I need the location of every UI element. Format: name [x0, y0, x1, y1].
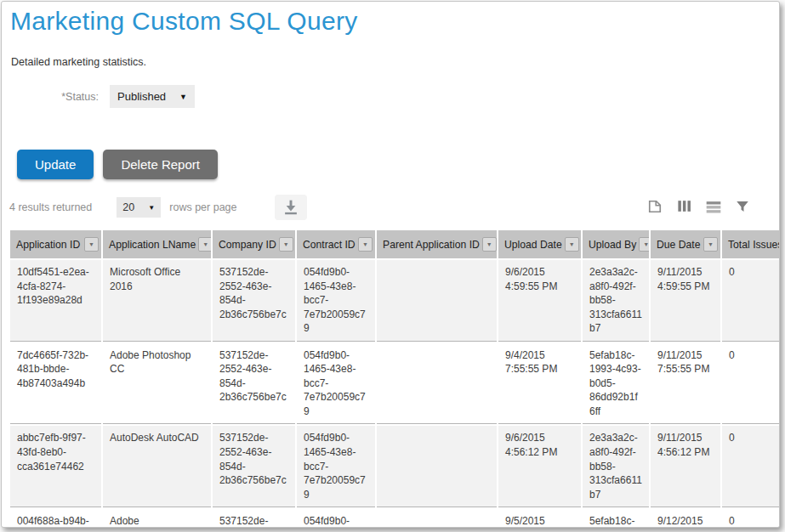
table-cell: 7dc4665f-732b-481b-bbde-4b87403a494b — [10, 343, 101, 425]
view-options — [646, 198, 750, 218]
table-row: 004f688a-b94b-4ccf-86de-e4b9cbbb9cdeAdob… — [10, 509, 780, 528]
table-cell: 9/6/2015 4:59:55 PM — [498, 260, 581, 342]
table-cell: 054fd9b0-1465-43e8-bcc7-7e7b20059c79 — [297, 343, 375, 425]
results-table-wrap: Application ID▼Application LName▼Company… — [9, 229, 780, 528]
chevron-down-icon: ▼ — [148, 204, 155, 212]
columns-view-button[interactable] — [676, 198, 692, 217]
table-cell: 537152de-2552-463e-854d-2b36c756be7c — [213, 260, 295, 342]
table-toolbar: 4 results returned 20 ▼ rows per page — [9, 195, 771, 220]
table-cell: 2e3a3a2c-a8f0-492f-bb58-313cfa6611b7 — [583, 426, 649, 507]
table-cell: 537152de-2552-463e-854d-2b36c756be7c — [213, 426, 295, 507]
filter-icon — [735, 199, 750, 217]
table-cell: 9/4/2015 7:55:55 PM — [498, 343, 581, 425]
report-page-button[interactable] — [646, 198, 663, 218]
status-select[interactable]: Published ▼ — [110, 85, 195, 108]
download-icon — [282, 197, 300, 218]
page-container: Marketing Custom SQL Query Detailed mark… — [1, 1, 780, 528]
page-title: Marketing Custom SQL Query — [10, 7, 779, 36]
table-cell: 9/11/2015 7:55:55 PM — [651, 343, 720, 425]
table-cell: Microsoft Office 2016 — [103, 260, 211, 342]
table-cell: AutoDesk AutoCAD — [103, 426, 211, 507]
column-header[interactable]: Upload By▼ — [583, 230, 649, 258]
column-menu-button[interactable]: ▼ — [703, 237, 718, 252]
table-row: abbc7efb-9f97-43fd-8eb0-cca361e74462Auto… — [10, 426, 780, 507]
table-cell — [377, 426, 497, 507]
table-cell: 9/5/2015 3:15:27 AM — [498, 509, 581, 528]
table-row: 7dc4665f-732b-481b-bbde-4b87403a494bAdob… — [10, 343, 780, 425]
column-menu-button[interactable]: ▼ — [279, 237, 293, 252]
column-header-label: Company ID — [219, 239, 276, 251]
columns-icon — [676, 198, 692, 217]
column-header[interactable]: Application LName▼ — [103, 230, 211, 258]
table-cell: abbc7efb-9f97-43fd-8eb0-cca361e74462 — [10, 426, 101, 507]
table-cell: 9/11/2015 4:59:55 PM — [651, 260, 720, 342]
column-menu-button[interactable]: ▼ — [198, 237, 211, 252]
table-cell — [377, 509, 497, 528]
column-header-label: Total Issues — [728, 239, 780, 251]
status-field-row: *Status: Published ▼ — [54, 85, 779, 108]
column-header-label: Due Date — [657, 239, 701, 251]
column-header-label: Contract ID — [303, 239, 356, 251]
table-cell: 0 — [722, 509, 780, 528]
action-buttons: Update Delete Report — [17, 150, 779, 179]
column-menu-button[interactable]: ▼ — [565, 237, 579, 252]
table-cell: 5efab18c-1993-4c93-b0d5-86dd92b1f6ff — [583, 509, 649, 528]
table-cell: 0 — [722, 343, 780, 425]
table-cell: 2e3a3a2c-a8f0-492f-bb58-313cfa6611b7 — [583, 260, 649, 342]
table-cell: 0 — [722, 426, 780, 507]
column-menu-button[interactable]: ▼ — [84, 237, 99, 252]
column-header-label: Upload By — [589, 239, 636, 251]
rows-icon — [705, 198, 722, 218]
rows-per-page-value: 20 — [122, 201, 134, 213]
table-cell: 537152de-2552-463e-854d-2b36c756be7c — [213, 343, 295, 425]
delete-report-button[interactable]: Delete Report — [103, 150, 218, 179]
header-row: Application ID▼Application LName▼Company… — [10, 230, 780, 258]
column-header-label: Application LName — [109, 239, 196, 251]
table-cell: 10df5451-e2ea-4cfa-8274-1f193e89a28d — [10, 260, 101, 342]
table-cell: Adobe Photoshop CC — [103, 343, 211, 425]
report-page-icon — [646, 198, 663, 218]
table-cell: Adobe Dreamweaver CC — [103, 509, 211, 528]
table-cell: 9/6/2015 4:56:12 PM — [498, 426, 581, 507]
column-header[interactable]: Total Issues▼ — [722, 230, 780, 258]
column-header-label: Application ID — [16, 239, 80, 251]
column-menu-button[interactable]: ▼ — [639, 237, 649, 252]
table-row: 10df5451-e2ea-4cfa-8274-1f193e89a28dMicr… — [10, 260, 780, 342]
status-select-value: Published — [117, 90, 166, 103]
column-menu-button[interactable]: ▼ — [482, 237, 497, 252]
column-header[interactable]: Due Date▼ — [651, 230, 720, 258]
table-cell: 054fd9b0-1465-43e8-bcc7-7e7b20059c79 — [297, 509, 375, 528]
table-cell — [377, 343, 497, 425]
column-menu-button[interactable]: ▼ — [358, 237, 373, 252]
table-cell: 537152de-2552-463e-854d-2b36c756be7c — [213, 509, 295, 528]
table-cell: 0 — [722, 260, 780, 342]
rows-per-page-label: rows per page — [169, 201, 236, 213]
table-cell: 5efab18c-1993-4c93-b0d5-86dd92b1f6ff — [583, 343, 649, 425]
results-count: 4 results returned — [9, 201, 92, 213]
table-cell: 004f688a-b94b-4ccf-86de-e4b9cbbb9cde — [10, 509, 101, 528]
table-cell: 054fd9b0-1465-43e8-bcc7-7e7b20059c79 — [297, 260, 375, 342]
status-label: *Status: — [54, 91, 99, 103]
chevron-down-icon: ▼ — [179, 93, 187, 101]
column-header-label: Upload Date — [504, 239, 562, 251]
table-cell — [377, 260, 497, 342]
column-header[interactable]: Parent Application ID▼ — [377, 230, 497, 258]
table-cell: 9/12/2015 3:15:27 AM — [651, 509, 720, 528]
table-cell: 054fd9b0-1465-43e8-bcc7-7e7b20059c79 — [297, 426, 375, 507]
column-header-label: Parent Application ID — [383, 239, 480, 251]
rows-per-page-select[interactable]: 20 ▼ — [117, 197, 161, 218]
column-header[interactable]: Upload Date▼ — [498, 230, 581, 258]
column-header[interactable]: Company ID▼ — [213, 230, 295, 258]
table-head: Application ID▼Application LName▼Company… — [10, 230, 780, 258]
update-button[interactable]: Update — [17, 150, 94, 179]
rows-view-button[interactable] — [705, 198, 722, 218]
table-cell: 9/11/2015 4:56:12 PM — [651, 426, 720, 507]
column-header[interactable]: Contract ID▼ — [297, 230, 375, 258]
page-subtitle: Detailed marketing statistics. — [11, 56, 779, 68]
filter-button[interactable] — [735, 199, 750, 217]
results-table: Application ID▼Application LName▼Company… — [9, 229, 780, 528]
table-body: 10df5451-e2ea-4cfa-8274-1f193e89a28dMicr… — [10, 260, 780, 528]
column-header[interactable]: Application ID▼ — [10, 230, 101, 258]
export-download-button[interactable] — [275, 195, 307, 220]
